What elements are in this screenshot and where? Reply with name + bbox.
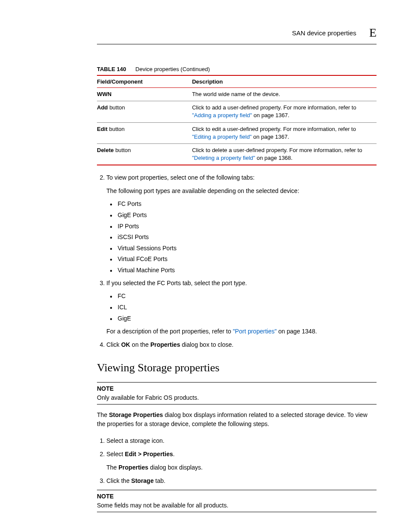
step-text: To view port properties, select one of t… xyxy=(106,174,255,181)
th-desc: Description xyxy=(192,75,377,88)
step-4: Click OK on the Properties dialog box to… xyxy=(106,340,377,349)
table-caption: TABLE 140 Device properties (Continued) xyxy=(97,66,377,72)
steps-list-a: To view port properties, select one of t… xyxy=(97,173,377,349)
ref-post: on page 1348. xyxy=(277,328,317,335)
device-properties-table: Field/Component Description WWN The worl… xyxy=(97,75,377,165)
table-row: Edit button Click to edit a user-defined… xyxy=(97,122,377,143)
b3-pre: Click the xyxy=(106,477,131,484)
b2-sub-bold: Properties xyxy=(118,464,148,471)
th-field: Field/Component xyxy=(97,75,192,88)
desc-link[interactable]: "Adding a property field" xyxy=(192,112,252,118)
section-heading: Viewing Storage properties xyxy=(97,361,377,374)
list-item: GigE xyxy=(118,314,377,323)
s4-ok: OK xyxy=(121,341,130,348)
list-item: ICL xyxy=(118,303,377,312)
step-b1: Select a storage icon. xyxy=(106,436,377,445)
steps-list-b: Select a storage icon. Select Edit > Pro… xyxy=(97,436,377,485)
port-types-list: FC Ports GigE Ports IP Ports iSCSI Ports… xyxy=(106,200,377,274)
note-text: Only available for Fabric OS products. xyxy=(97,393,377,402)
step-2: To view port properties, select one of t… xyxy=(106,173,377,274)
b2-pre: Select xyxy=(106,451,125,457)
b2-sub: The Properties dialog box displays. xyxy=(106,463,377,472)
list-item: iSCSI Ports xyxy=(118,233,377,242)
list-item: FC Ports xyxy=(118,200,377,208)
header-section-letter: E xyxy=(369,26,377,40)
section-intro: The Storage Properties dialog box displa… xyxy=(97,411,377,429)
fc-port-types-list: FC ICL GigE xyxy=(106,292,377,323)
s4-mid: on the xyxy=(130,341,150,348)
note-text: Some fields may not be available for all… xyxy=(97,501,377,510)
field-bold: Edit xyxy=(97,126,108,132)
intro-bold: Storage Properties xyxy=(109,411,163,418)
b3-bold: Storage xyxy=(131,477,154,484)
list-item: GigE Ports xyxy=(118,211,377,220)
step-3: If you selected the FC Ports tab, select… xyxy=(106,279,377,336)
list-item: Virtual FCoE Ports xyxy=(118,255,377,264)
document-page: SAN device properties E TABLE 140 Device… xyxy=(0,0,411,532)
table-number: TABLE 140 xyxy=(97,66,126,72)
desc-post: on page 1368. xyxy=(255,155,293,161)
s4-post: dialog box to close. xyxy=(180,341,234,348)
ref-pre: For a description of the port properties… xyxy=(106,328,233,335)
s4-properties: Properties xyxy=(150,341,180,348)
field-bold: Delete xyxy=(97,147,114,153)
table-row: WWN The world wide name of the device. xyxy=(97,88,377,101)
desc-post: on page 1367. xyxy=(252,134,289,140)
page-header: SAN device properties E xyxy=(97,26,377,44)
desc-link[interactable]: "Editing a property field" xyxy=(192,134,252,140)
table-row: Add button Click to add a user-defined p… xyxy=(97,101,377,122)
note-block-2: NOTE Some fields may not be available fo… xyxy=(97,490,377,512)
field-text: button xyxy=(114,147,131,153)
desc-text: The world wide name of the device. xyxy=(192,91,280,97)
list-item: FC xyxy=(118,292,377,301)
list-item: IP Ports xyxy=(118,222,377,231)
b2-sub-pre: The xyxy=(106,464,118,471)
note-label: NOTE xyxy=(97,492,377,501)
field-bold: Add xyxy=(97,104,108,111)
note-block-1: NOTE Only available for Fabric OS produc… xyxy=(97,382,377,404)
step-ref: For a description of the port properties… xyxy=(106,327,377,336)
b2-post: . xyxy=(173,451,174,457)
field-bold: WWN xyxy=(97,91,112,97)
table-row: Delete button Click to delete a user-def… xyxy=(97,143,377,165)
step-b3: Click the Storage tab. xyxy=(106,476,377,485)
list-item: Virtual Machine Ports xyxy=(118,266,377,275)
b2-sub-post: dialog box displays. xyxy=(148,464,202,471)
step-b2: Select Edit > Properties. The Properties… xyxy=(106,450,377,472)
table-title: Device properties (Continued) xyxy=(135,66,210,72)
header-title: SAN device properties xyxy=(292,29,356,37)
desc-text: Click to delete a user-defined property.… xyxy=(192,147,362,153)
list-item: Virtual Sessions Ports xyxy=(118,244,377,253)
intro-pre: The xyxy=(97,411,109,418)
desc-text: Click to add a user-defined property. Fo… xyxy=(192,104,356,111)
b3-post: tab. xyxy=(154,477,165,484)
desc-link[interactable]: "Deleting a property field" xyxy=(192,155,255,161)
step-text: If you selected the FC Ports tab, select… xyxy=(106,280,247,286)
b2-bold: Edit > Properties xyxy=(125,451,173,457)
s4-pre: Click xyxy=(106,341,121,348)
field-text: button xyxy=(108,104,125,111)
port-properties-link[interactable]: "Port properties" xyxy=(233,328,277,335)
field-text: button xyxy=(108,126,125,132)
note-label: NOTE xyxy=(97,384,377,393)
desc-post: on page 1367. xyxy=(252,112,290,118)
step-subtext: The following port types are available d… xyxy=(106,187,377,196)
desc-text: Click to edit a user-defined property. F… xyxy=(192,126,356,132)
